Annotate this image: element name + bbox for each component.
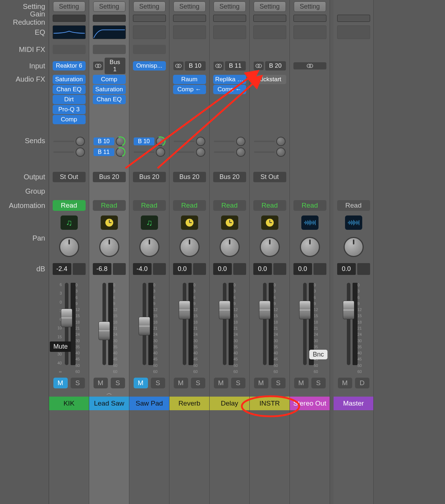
db-value[interactable]: 0.0 xyxy=(173,263,192,275)
track-icon[interactable] xyxy=(221,215,238,230)
eq-thumbnail[interactable] xyxy=(337,25,370,39)
eq-thumbnail[interactable] xyxy=(53,25,86,39)
eq-thumbnail[interactable] xyxy=(293,25,326,39)
channel-instr[interactable]: SettingB 20KickstartSt OutRead0.00369121… xyxy=(250,0,290,504)
db-value[interactable]: -4.0 xyxy=(133,263,152,275)
peak-value[interactable] xyxy=(113,263,126,275)
audio-fx-slot[interactable]: Comp ← xyxy=(213,85,246,94)
input-slot[interactable]: B 10 xyxy=(185,61,206,71)
send-slot[interactable]: B 10 xyxy=(94,137,114,145)
peak-value[interactable] xyxy=(357,263,370,275)
output-slot[interactable]: St Out xyxy=(53,172,86,182)
mute-button[interactable]: M xyxy=(174,378,188,388)
bounce-button[interactable]: Bnc xyxy=(309,350,327,359)
pan-knob[interactable] xyxy=(220,237,240,257)
send-knob[interactable] xyxy=(276,147,286,157)
track-name[interactable]: Stereo Out xyxy=(290,397,330,410)
send-slot[interactable] xyxy=(134,151,154,153)
audio-fx-slot[interactable]: Pro-Q 3 xyxy=(53,105,86,114)
send-slot[interactable] xyxy=(214,151,235,153)
track-name[interactable]: INSTR xyxy=(250,397,290,410)
track-icon[interactable] xyxy=(181,215,198,230)
volume-fader[interactable] xyxy=(102,283,106,365)
track-icon[interactable]: ♫ xyxy=(61,215,78,230)
db-value[interactable]: 0.0 xyxy=(213,263,232,275)
output-slot[interactable]: St Out xyxy=(253,172,286,182)
send-slot[interactable] xyxy=(214,141,235,142)
output-slot[interactable]: Bus 20 xyxy=(173,172,206,182)
audio-fx-slot[interactable]: Replika XT xyxy=(213,75,246,84)
db-value[interactable]: 0.0 xyxy=(337,263,356,275)
automation-mode-button[interactable]: Read xyxy=(93,200,126,211)
pan-knob[interactable] xyxy=(139,237,159,257)
automation-mode-button[interactable]: Read xyxy=(213,200,246,211)
mute-button[interactable]: M xyxy=(94,378,108,388)
dim-button[interactable]: D xyxy=(355,378,369,388)
volume-fader[interactable] xyxy=(143,283,146,365)
channel-kik[interactable]: SettingReaktor 6SaturationChan EQDirtPro… xyxy=(49,0,89,504)
send-knob[interactable] xyxy=(276,137,286,146)
audio-fx-slot[interactable]: Comp xyxy=(53,115,86,124)
volume-fader[interactable] xyxy=(65,283,68,365)
track-icon[interactable] xyxy=(261,215,278,230)
pan-knob[interactable] xyxy=(59,237,79,257)
audio-fx-slot[interactable]: Saturation xyxy=(53,75,86,84)
send-knob[interactable] xyxy=(156,137,165,146)
track-name[interactable]: Master xyxy=(334,397,373,410)
audio-fx-slot[interactable]: Dirt xyxy=(53,95,86,104)
track-icon[interactable] xyxy=(345,215,362,230)
automation-mode-button[interactable]: Read xyxy=(253,200,286,211)
output-slot[interactable]: Bus 20 xyxy=(213,172,246,182)
eq-thumbnail[interactable] xyxy=(93,25,126,39)
setting-button[interactable]: Setting xyxy=(93,1,125,12)
setting-button[interactable]: Setting xyxy=(254,1,286,12)
peak-value[interactable] xyxy=(153,263,166,275)
track-name[interactable]: Delay xyxy=(210,397,249,410)
channel-sawpad[interactable]: SettingOmnisp...B 10Bus 20Read♫-4.003691… xyxy=(129,0,169,504)
volume-fader[interactable] xyxy=(223,283,226,365)
track-icon[interactable] xyxy=(101,215,118,230)
send-slot[interactable] xyxy=(254,151,275,153)
input-slot[interactable]: Reaktor 6 xyxy=(53,61,86,71)
automation-mode-button[interactable]: Read xyxy=(293,200,326,211)
db-value[interactable]: 0.0 xyxy=(253,263,272,275)
output-slot[interactable]: Bus 20 xyxy=(93,172,126,182)
channel-leadsaw[interactable]: SettingBus 1CompSaturationChan EQB 10B 1… xyxy=(89,0,129,504)
peak-value[interactable] xyxy=(193,263,206,275)
pan-knob[interactable] xyxy=(260,237,280,257)
mute-button[interactable]: M xyxy=(53,378,68,388)
mute-button[interactable]: M xyxy=(214,378,228,388)
channel-stereoout[interactable]: SettingRead0.003691215182124303540455060… xyxy=(290,0,330,504)
audio-fx-slot[interactable]: Comp xyxy=(93,75,126,84)
eq-thumbnail[interactable] xyxy=(213,25,246,39)
channel-reverb[interactable]: SettingB 10RaumComp ←Bus 20Read0.0036912… xyxy=(169,0,210,504)
midi-fx-slot[interactable] xyxy=(93,45,126,54)
send-knob[interactable] xyxy=(76,137,85,146)
send-slot[interactable]: B 11 xyxy=(94,148,114,156)
send-slot[interactable] xyxy=(174,151,195,153)
automation-mode-button[interactable]: Read xyxy=(337,200,370,211)
send-knob[interactable] xyxy=(116,147,125,157)
solo-button[interactable]: S xyxy=(311,378,326,388)
peak-value[interactable] xyxy=(233,263,246,275)
setting-button[interactable]: Setting xyxy=(53,1,85,12)
solo-button[interactable]: S xyxy=(111,378,125,388)
audio-fx-slot[interactable]: Raum xyxy=(173,75,206,84)
setting-button[interactable]: Setting xyxy=(294,1,326,12)
setting-button[interactable]: Setting xyxy=(214,1,246,12)
send-knob[interactable] xyxy=(156,147,165,157)
volume-fader[interactable] xyxy=(183,283,186,365)
audio-fx-slot[interactable]: Chan EQ xyxy=(93,95,126,104)
solo-button[interactable]: S xyxy=(271,378,286,388)
automation-mode-button[interactable]: Read xyxy=(53,200,86,211)
input-slot[interactable]: Omnisp... xyxy=(133,61,166,71)
audio-fx-slot[interactable]: Comp ← xyxy=(173,85,206,94)
pan-knob[interactable] xyxy=(180,237,200,257)
send-knob[interactable] xyxy=(196,137,205,146)
pan-knob[interactable] xyxy=(344,237,364,257)
pan-knob[interactable] xyxy=(300,237,320,257)
automation-mode-button[interactable]: Read xyxy=(133,200,166,211)
volume-fader[interactable] xyxy=(263,283,267,365)
track-name[interactable]: KIK xyxy=(49,397,89,410)
midi-fx-slot[interactable] xyxy=(53,45,86,54)
